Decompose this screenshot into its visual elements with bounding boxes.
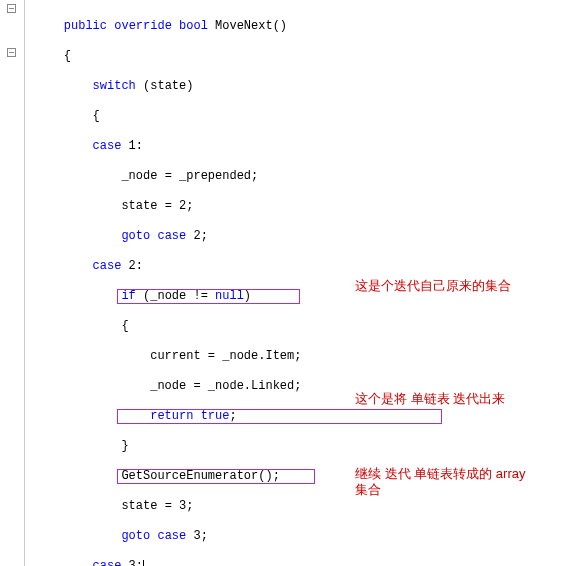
code-line: _node = _prepended; [35,169,567,184]
code-line: case 1: [35,139,567,154]
highlight-box-2 [117,409,442,424]
text-cursor [143,560,144,566]
code-line: current = _node.Item; [35,349,567,364]
annotation-3: 继续 迭代 单链表转成的 array集合 [355,466,555,498]
code-line: state = 2; [35,199,567,214]
annotation-1: 这是个迭代自己原来的集合 [355,278,511,293]
fold-icon[interactable] [7,48,16,57]
code-line: case 2: [35,259,567,274]
code-line: goto case 2; [35,229,567,244]
fold-icon[interactable] [7,4,16,13]
editor-gutter [0,0,25,566]
code-editor[interactable]: public override bool MoveNext() { switch… [25,0,567,566]
code-line: public override bool MoveNext() [35,19,567,34]
code-line: { [35,109,567,124]
code-line: goto case 3; [35,529,567,544]
code-line: state = 3; [35,499,567,514]
code-line: } [35,439,567,454]
code-line: { [35,319,567,334]
code-line: { [35,49,567,64]
highlight-box-1 [117,289,300,304]
code-line: case 3: [35,559,567,566]
code-line: switch (state) [35,79,567,94]
highlight-box-3 [117,469,315,484]
annotation-2: 这个是将 单链表 迭代出来 [355,391,505,406]
